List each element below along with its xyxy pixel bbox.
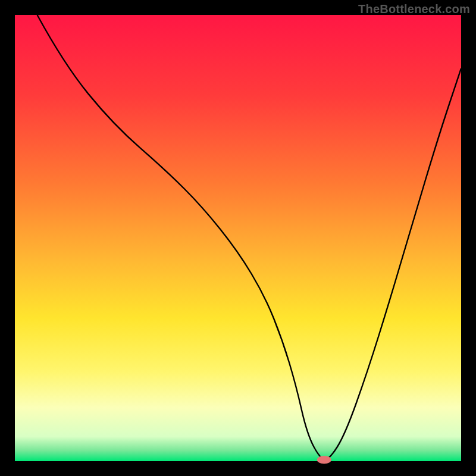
optimal-marker <box>317 456 331 464</box>
chart-frame: TheBottleneck.com <box>0 0 476 476</box>
watermark-text: TheBottleneck.com <box>358 2 470 16</box>
bottleneck-chart <box>0 0 476 476</box>
plot-background <box>15 15 461 461</box>
